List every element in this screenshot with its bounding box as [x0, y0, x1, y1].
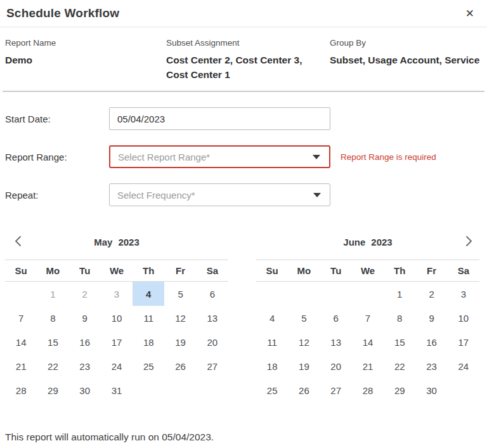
weekday-label: We: [101, 265, 133, 276]
calendar-day[interactable]: 4: [256, 306, 288, 330]
calendar-day[interactable]: 3: [101, 282, 133, 306]
dialog-header: Schedule Workflow ✕: [0, 0, 487, 27]
next-month-button[interactable]: [460, 232, 477, 250]
calendar-day[interactable]: 17: [101, 330, 133, 354]
calendar-day[interactable]: 8: [37, 306, 68, 330]
calendar-day[interactable]: 3: [448, 282, 479, 306]
calendar-day[interactable]: 17: [448, 330, 479, 354]
calendar-day[interactable]: 22: [384, 354, 415, 378]
month-year: 2023: [118, 237, 139, 247]
calendar-day[interactable]: 7: [5, 306, 37, 330]
calendar-day[interactable]: 11: [256, 330, 288, 354]
calendar-day[interactable]: 14: [5, 330, 37, 354]
report-name-value: Demo: [5, 53, 166, 67]
calendar-day[interactable]: 9: [415, 306, 447, 330]
calendar-day[interactable]: 15: [384, 330, 415, 354]
month-name: June: [343, 237, 365, 247]
weekday-label: We: [352, 265, 384, 276]
calendar-day[interactable]: 29: [384, 378, 415, 402]
dialog-title: Schedule Workflow: [6, 6, 119, 20]
report-range-label: Report Range:: [5, 152, 109, 162]
calendar-day[interactable]: 20: [320, 354, 352, 378]
calendar-day[interactable]: 24: [448, 354, 479, 378]
calendar-day[interactable]: 31: [101, 378, 133, 402]
auto-run-note: This report will automatically run on 05…: [5, 432, 214, 443]
calendar-day[interactable]: 27: [197, 354, 228, 378]
weekday-header-row: SuMoTuWeThFrSa: [256, 260, 479, 282]
calendar-day[interactable]: 1: [384, 282, 415, 306]
report-range-select[interactable]: Select Report Range*: [109, 145, 330, 168]
report-range-row: Report Range: Select Report Range* Repor…: [5, 145, 482, 168]
calendar-day[interactable]: 5: [164, 282, 196, 306]
summary-subset-assignment: Subset Assignment Cost Center 2, Cost Ce…: [166, 38, 330, 82]
calendar-day[interactable]: 6: [197, 282, 228, 306]
calendar-day[interactable]: 30: [69, 378, 101, 402]
chevron-down-icon: [313, 155, 320, 159]
calendar-day[interactable]: 25: [133, 354, 164, 378]
calendar-day[interactable]: 22: [37, 354, 68, 378]
calendar-day[interactable]: 29: [37, 378, 68, 402]
calendar-day[interactable]: 26: [164, 354, 196, 378]
start-date-input[interactable]: [109, 107, 330, 130]
close-icon[interactable]: ✕: [460, 6, 479, 22]
weekday-header-row: SuMoTuWeThFrSa: [5, 260, 228, 282]
calendar-day[interactable]: 14: [352, 330, 384, 354]
weekday-label: Tu: [69, 265, 101, 276]
group-by-label: Group By: [330, 38, 482, 48]
calendar-day[interactable]: 15: [37, 330, 68, 354]
calendar-month-title: June 2023: [343, 237, 392, 247]
calendar-day[interactable]: 23: [415, 354, 447, 378]
calendar-day[interactable]: 2: [415, 282, 447, 306]
calendar-day[interactable]: 12: [288, 330, 320, 354]
calendar-day[interactable]: 16: [69, 330, 101, 354]
calendar-day[interactable]: 24: [101, 354, 133, 378]
calendar-day[interactable]: 2: [69, 282, 101, 306]
calendar-day-empty: [197, 378, 228, 402]
group-by-value: Subset, Usage Account, Service: [330, 53, 482, 67]
calendar-day[interactable]: 8: [384, 306, 415, 330]
calendar-day[interactable]: 27: [320, 378, 352, 402]
calendar-day[interactable]: 12: [164, 306, 196, 330]
calendar-day-empty: [164, 378, 196, 402]
weekday-label: Fr: [415, 265, 447, 276]
weekday-label: Th: [384, 265, 415, 276]
summary-group-by: Group By Subset, Usage Account, Service: [330, 38, 482, 82]
calendar-day[interactable]: 30: [415, 378, 447, 402]
repeat-select[interactable]: Select Frequency*: [109, 183, 330, 206]
calendar-day[interactable]: 21: [5, 354, 37, 378]
weekday-label: Sa: [197, 265, 228, 276]
calendar-day[interactable]: 5: [288, 306, 320, 330]
calendar-june-2023: June 2023 SuMoTuWeThFrSa 123456789101112…: [256, 232, 479, 402]
calendar-month-title: May 2023: [94, 237, 140, 247]
calendar-day[interactable]: 26: [288, 378, 320, 402]
calendar-day[interactable]: 7: [352, 306, 384, 330]
calendar-day[interactable]: 6: [320, 306, 352, 330]
calendar-day[interactable]: 18: [133, 330, 164, 354]
weekday-label: Mo: [288, 265, 320, 276]
calendar-header: June 2023: [256, 232, 479, 251]
calendar-day[interactable]: 18: [256, 354, 288, 378]
calendar-day[interactable]: 13: [320, 330, 352, 354]
calendar-day[interactable]: 25: [256, 378, 288, 402]
calendar-day[interactable]: 28: [5, 378, 37, 402]
calendar-day[interactable]: 16: [415, 330, 447, 354]
calendar-day[interactable]: 21: [352, 354, 384, 378]
calendar-day[interactable]: 19: [288, 354, 320, 378]
summary-report-name: Report Name Demo: [5, 38, 166, 82]
calendar-day[interactable]: 1: [37, 282, 68, 306]
calendar-day[interactable]: 28: [352, 378, 384, 402]
previous-month-button[interactable]: [10, 232, 27, 250]
calendar-day[interactable]: 10: [101, 306, 133, 330]
weekday-label: Sa: [448, 265, 479, 276]
calendar-day[interactable]: 10: [448, 306, 479, 330]
weekday-label: Tu: [320, 265, 352, 276]
calendar-day[interactable]: 19: [164, 330, 196, 354]
calendar-day[interactable]: 13: [197, 306, 228, 330]
calendar-day-grid: 1234567891011121314151617181920212223242…: [256, 282, 479, 402]
weekday-label: Th: [133, 265, 164, 276]
calendar-day-selected[interactable]: 4: [133, 282, 164, 306]
calendar-day[interactable]: 11: [133, 306, 164, 330]
calendar-day[interactable]: 23: [69, 354, 101, 378]
calendar-day[interactable]: 9: [69, 306, 101, 330]
calendar-day[interactable]: 20: [197, 330, 228, 354]
